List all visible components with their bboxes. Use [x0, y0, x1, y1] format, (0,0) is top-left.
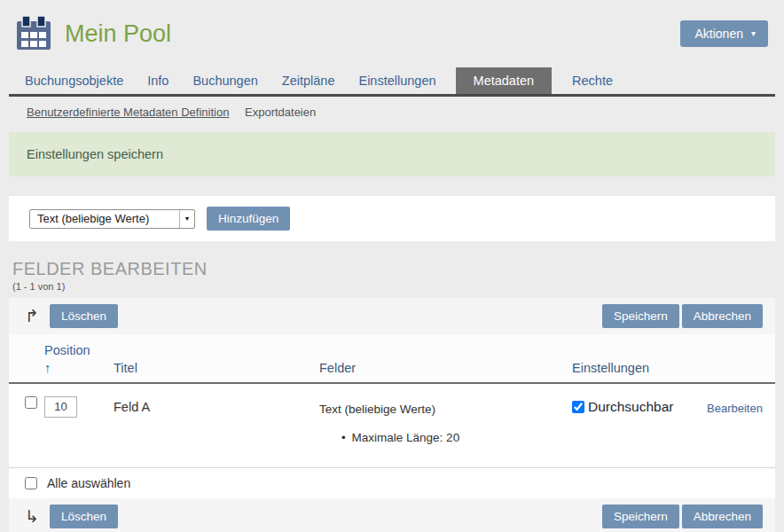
delete-button-top[interactable]: Löschen [50, 304, 118, 328]
tab-zeitplaene[interactable]: Zeitpläne [282, 67, 335, 94]
subnav-exportdateien[interactable]: Exportdateien [245, 106, 316, 119]
actions-button[interactable]: Aktionen ▾ [680, 20, 768, 47]
add-button[interactable]: Hinzufügen [207, 207, 290, 231]
select-all-label: Alle auswählen [47, 476, 130, 490]
sub-navigation: Benutzerdefinierte Metadaten Definition … [9, 106, 775, 119]
row-select-checkbox[interactable] [25, 396, 37, 409]
row-field-info: Text (beliebige Werte) • Maximale Länge:… [319, 396, 572, 444]
searchable-label: Durchsuchbar [588, 399, 674, 415]
page-header: Mein Pool Aktionen ▾ [0, 0, 784, 53]
field-detail: • Maximale Länge: 20 [319, 431, 572, 444]
table-row: Feld A Text (beliebige Werte) • Maximale… [9, 384, 775, 467]
field-type-text: Text (beliebige Werte) [319, 403, 435, 416]
page-title: Mein Pool [65, 20, 171, 48]
select-all-checkbox[interactable] [25, 477, 37, 489]
tab-bar: Buchungsobjekte Info Buchungen Zeitpläne… [9, 67, 775, 97]
subnav-metadaten-definition[interactable]: Benutzerdefinierte Metadaten Definition [27, 106, 229, 119]
searchable-checkbox[interactable] [572, 401, 584, 413]
row-settings-cell: Durchsuchbar [572, 396, 707, 415]
arrow-down-right-icon: ↳ [25, 508, 39, 525]
add-field-row: Text (beliebige Werte) ▼ Hinzufügen [9, 196, 775, 241]
column-header-felder: Felder [319, 361, 572, 376]
select-all-row: Alle auswählen [9, 467, 775, 498]
actions-button-label: Aktionen [694, 27, 742, 41]
row-checkbox-cell [25, 396, 44, 412]
field-type-select-value: Text (beliebige Werte) [37, 212, 149, 225]
column-header-titel: Titel [114, 361, 319, 376]
tab-rechte[interactable]: Rechte [572, 67, 613, 94]
column-header-einstellungen: Einstellungen [572, 361, 707, 376]
field-type-select[interactable]: Text (beliebige Werte) ▼ [29, 209, 195, 229]
position-sort-link[interactable]: Position [44, 342, 114, 360]
chevron-down-icon: ▼ [179, 210, 194, 228]
tab-info[interactable]: Info [147, 67, 169, 94]
row-position-cell [44, 396, 114, 418]
result-count-top: (1 - 1 von 1) [12, 281, 784, 292]
caret-down-icon: ▾ [751, 29, 756, 38]
fields-table: ↱ Löschen Speichern Abbrechen Position ↑… [9, 298, 775, 532]
cancel-button-top[interactable]: Abbrechen [682, 304, 763, 328]
column-header-position[interactable]: Position ↑ [44, 342, 114, 376]
section-title: FELDER BEARBEITEN [12, 259, 784, 279]
sort-ascending-icon[interactable]: ↑ [44, 360, 114, 375]
arrow-up-right-icon: ↱ [25, 308, 39, 325]
tab-buchungsobjekte[interactable]: Buchungsobjekte [25, 67, 123, 94]
save-settings-message-bar[interactable]: Einstellungen speichern [9, 132, 775, 176]
edit-link[interactable]: Bearbeiten [707, 396, 763, 415]
table-toolbar-top: ↱ Löschen Speichern Abbrechen [9, 298, 775, 334]
tab-metadaten[interactable]: Metadaten [456, 67, 553, 94]
tab-einstellungen[interactable]: Einstellungen [358, 67, 435, 94]
tab-buchungen[interactable]: Buchungen [192, 67, 257, 94]
cancel-button-bottom[interactable]: Abbrechen [682, 505, 763, 528]
calendar-icon [14, 14, 53, 53]
table-toolbar-bottom: ↳ Löschen Speichern Abbrechen [9, 498, 775, 532]
field-detail-text: Maximale Länge: 20 [352, 431, 460, 444]
delete-button-bottom[interactable]: Löschen [50, 505, 118, 528]
position-input[interactable] [44, 396, 77, 418]
bullet-icon: • [341, 431, 346, 444]
save-button-top[interactable]: Speichern [602, 304, 679, 328]
table-header-row: Position ↑ Titel Felder Einstellungen [9, 334, 775, 384]
row-title: Feld A [114, 396, 319, 414]
save-button-bottom[interactable]: Speichern [602, 505, 679, 528]
